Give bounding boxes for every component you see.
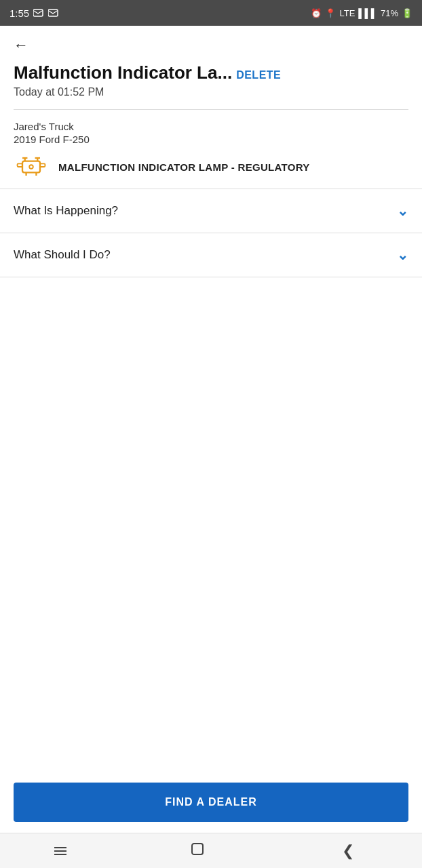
recent-line-2 bbox=[54, 850, 66, 852]
find-dealer-button[interactable]: FIND A DEALER bbox=[14, 783, 408, 822]
recent-apps-button[interactable] bbox=[54, 847, 66, 855]
location-icon: 📍 bbox=[325, 8, 336, 18]
svg-rect-2 bbox=[22, 161, 40, 173]
header-divider bbox=[14, 109, 408, 110]
back-chevron-icon: ❮ bbox=[342, 842, 354, 859]
home-button[interactable] bbox=[176, 834, 219, 867]
vehicle-section: Jared's Truck 2019 Ford F-250 bbox=[0, 121, 422, 182]
status-indicators: ⏰ 📍 LTE ▌▌▌ 71% 🔋 bbox=[311, 8, 413, 18]
spacer bbox=[0, 277, 422, 769]
battery-icon: 🔋 bbox=[402, 8, 413, 18]
signal-indicator: LTE bbox=[339, 8, 355, 18]
message-icon bbox=[33, 9, 44, 17]
timestamp: Today at 01:52 PM bbox=[14, 86, 408, 98]
chevron-down-icon-1: ⌄ bbox=[397, 203, 408, 219]
accordion-section: What Is Happening? ⌄ What Should I Do? ⌄ bbox=[0, 189, 422, 277]
back-arrow-icon: ← bbox=[14, 37, 28, 54]
title-row: Malfunction Indicator La... DELETE bbox=[14, 62, 408, 83]
battery-display: 71% bbox=[381, 8, 398, 18]
page-title: Malfunction Indicator La... bbox=[14, 62, 232, 83]
time-display: 1:55 bbox=[9, 7, 29, 19]
chevron-down-icon-2: ⌄ bbox=[397, 247, 408, 263]
signal-bars: ▌▌▌ bbox=[358, 8, 377, 18]
back-nav-button[interactable]: ❮ bbox=[328, 835, 368, 867]
accordion-label-2: What Should I Do? bbox=[14, 248, 111, 262]
engine-icon bbox=[14, 155, 49, 179]
main-content: ← Malfunction Indicator La... DELETE Tod… bbox=[0, 26, 422, 833]
back-button[interactable]: ← bbox=[0, 26, 422, 60]
svg-point-11 bbox=[29, 165, 33, 169]
status-time: 1:55 bbox=[9, 7, 59, 19]
vehicle-model: 2019 Ford F-250 bbox=[14, 134, 408, 145]
accordion-label-1: What Is Happening? bbox=[14, 204, 118, 218]
svg-rect-1 bbox=[48, 9, 58, 16]
home-icon bbox=[189, 841, 206, 857]
recent-line-3 bbox=[54, 854, 66, 855]
accordion-item-1[interactable]: What Is Happening? ⌄ bbox=[0, 189, 422, 233]
recent-line-1 bbox=[54, 847, 66, 848]
vehicle-name: Jared's Truck bbox=[14, 121, 408, 132]
alarm-icon: ⏰ bbox=[311, 8, 322, 18]
svg-rect-12 bbox=[192, 844, 203, 854]
alert-row: MALFUNCTION INDICATOR LAMP - REGULATORY bbox=[14, 155, 408, 179]
header-section: Malfunction Indicator La... DELETE Today… bbox=[0, 60, 422, 98]
message2-icon bbox=[48, 9, 59, 17]
alert-label: MALFUNCTION INDICATOR LAMP - REGULATORY bbox=[58, 161, 310, 173]
nav-bar: ❮ bbox=[0, 833, 422, 868]
status-bar: 1:55 ⏰ 📍 LTE ▌▌▌ 71% 🔋 bbox=[0, 0, 422, 26]
accordion-item-2[interactable]: What Should I Do? ⌄ bbox=[0, 233, 422, 277]
delete-button[interactable]: DELETE bbox=[236, 69, 281, 81]
svg-rect-0 bbox=[33, 9, 43, 16]
